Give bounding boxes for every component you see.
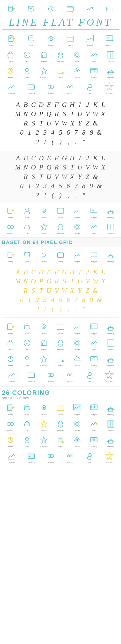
list-item: Statistics	[44, 82, 58, 94]
svg-rect-65	[90, 68, 97, 73]
alpha-char: U	[76, 163, 84, 172]
icon-label: Solution	[8, 76, 13, 78]
icon-label: Timing	[25, 446, 29, 447]
icon-label: University	[107, 364, 114, 366]
icon-label: Settings	[74, 348, 80, 350]
alpha-char: ,	[64, 304, 72, 313]
list-item: Tactic	[87, 338, 101, 350]
alpha-char: X	[99, 110, 107, 118]
alpha-char: S	[61, 163, 68, 172]
svg-rect-135	[28, 373, 35, 377]
alpha-char: 2	[33, 182, 41, 190]
alpha-char: T	[37, 172, 45, 181]
list-item: Premium	[102, 450, 116, 463]
icon-label: Brifing	[8, 414, 12, 415]
icon-grid-row1: Brifing Script Visibility Invoice Analys…	[2, 32, 119, 48]
alpha-char: 1	[26, 182, 33, 190]
alpha-row-10: ? ! ( ) , . "	[3, 191, 118, 200]
svg-rect-115	[90, 324, 97, 329]
hero-title: LINE FLAT FONT	[2, 16, 119, 30]
alpha-char: D	[37, 100, 45, 109]
svg-point-180	[61, 441, 64, 443]
coloring-row1: Brifing Script Visibility Invoice Analys…	[2, 401, 119, 417]
alpha-char: Q	[45, 110, 53, 118]
svg-point-138	[50, 373, 54, 377]
icon-label: Training	[91, 76, 97, 78]
alpha-char: H	[68, 268, 76, 276]
alpha-char: !	[41, 191, 49, 200]
svg-rect-105	[91, 252, 97, 257]
list-item: Tactic	[87, 419, 101, 431]
list-item: Analysis	[87, 250, 101, 262]
alpha-char: F	[53, 154, 61, 162]
alpha-char: "	[80, 191, 88, 200]
alpha-char: I	[76, 100, 84, 109]
alpha-char: U	[45, 172, 53, 181]
icon-label: Call	[26, 430, 28, 431]
svg-point-75	[50, 85, 54, 88]
alpha-char: Z	[84, 172, 91, 181]
svg-point-121	[58, 340, 62, 344]
icon-label: Premium	[41, 430, 47, 431]
list-item: Project	[53, 354, 68, 366]
list-item: Timing	[20, 435, 34, 447]
alpha-char: H	[68, 100, 76, 109]
list-item: Analysis	[70, 403, 84, 415]
icon-grid-row2: Call us Cash Analysis Brainstorm Setting…	[2, 48, 119, 64]
icon-label: Invoice	[58, 261, 63, 262]
alpha-char: M	[14, 277, 22, 286]
list-item: Invoice	[53, 250, 68, 262]
alpha-char: 8	[80, 128, 88, 137]
list-item: Startup	[70, 66, 84, 78]
list-item: Payments	[24, 82, 38, 94]
title-line: LINE	[9, 17, 43, 28]
list-item: Analysis	[37, 50, 51, 62]
alpha-char: 4	[49, 182, 57, 190]
list-item: Attainment	[37, 435, 51, 447]
icon-label: Premium	[41, 232, 47, 234]
alpha-char: "	[80, 304, 88, 313]
alpha-char: M	[14, 110, 22, 118]
alpha-char: &	[95, 296, 103, 304]
list-item: Invoice	[63, 34, 77, 46]
list-item: Cash	[20, 50, 34, 62]
icon-label: Analysis	[91, 333, 97, 334]
list-item: Brifing	[4, 250, 18, 262]
alpha-char: 8	[80, 182, 88, 190]
list-item: Premium	[37, 222, 51, 234]
list-item: Startup	[70, 354, 84, 366]
list-item: Property	[103, 222, 117, 234]
icon-item	[102, 4, 116, 14]
icon-label: Project	[58, 446, 63, 447]
list-item: Script	[20, 206, 34, 218]
svg-rect-36	[43, 55, 45, 57]
icon-label: Visibility	[41, 333, 46, 334]
icon-item	[5, 4, 19, 14]
alpha-char: (	[49, 138, 57, 146]
list-item: University	[103, 206, 117, 218]
top-icon-strip-1	[2, 2, 119, 16]
alpha-char: M	[14, 163, 22, 172]
svg-point-96	[59, 224, 62, 228]
bottom-icon-row3: Solution Timing Attainment Project Start…	[2, 352, 119, 368]
svg-rect-106	[109, 256, 112, 258]
icon-label: University	[107, 76, 114, 78]
icon-label: Analysis	[74, 216, 80, 218]
list-item: Tactic	[87, 222, 101, 234]
list-item: Property	[103, 419, 117, 431]
alpha-char: S	[30, 119, 37, 128]
alpha-char: O	[30, 163, 37, 172]
list-item: Training	[87, 354, 101, 366]
icon-label: Brainstorm	[57, 430, 64, 431]
alpha-char: T	[37, 286, 45, 295]
list-item: Script	[20, 322, 34, 334]
svg-rect-107	[7, 324, 12, 330]
icon-label: Script	[25, 216, 29, 218]
icon-label: Startup	[75, 76, 80, 78]
alpha-char: "	[80, 138, 88, 146]
alpha-char: K	[91, 154, 99, 162]
icon-label: Statistics	[9, 92, 15, 94]
list-item: Payments	[24, 450, 38, 463]
alpha-char: E	[45, 100, 53, 109]
list-item: Brainstorm	[53, 50, 68, 62]
